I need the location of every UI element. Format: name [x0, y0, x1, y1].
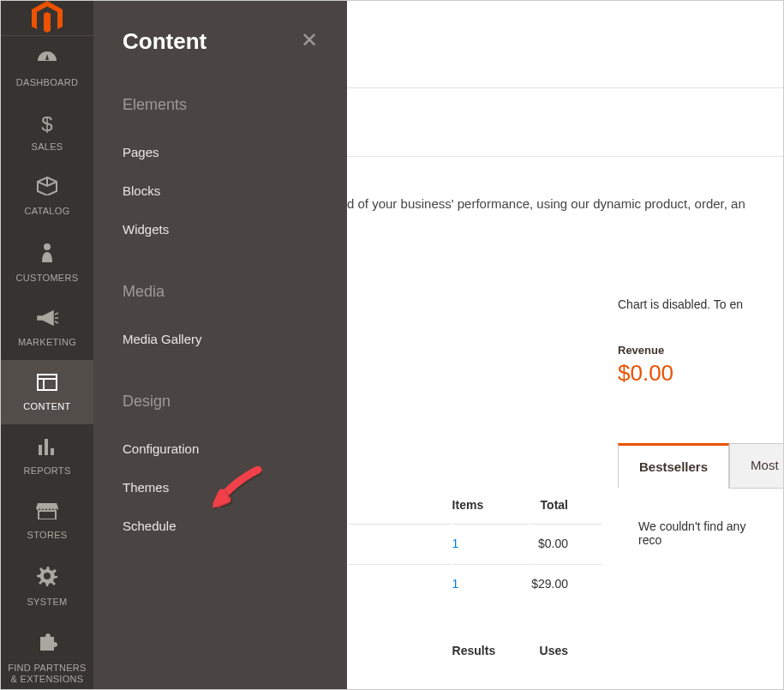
sidebar-label: REPORTS	[23, 465, 70, 477]
link-media-gallery[interactable]: Media Gallery	[123, 320, 318, 358]
orders-column: Items Total 1 $0.00 1 $29.00 Results Use…	[347, 481, 604, 669]
cell-items[interactable]: 1	[452, 524, 530, 562]
svg-rect-4	[39, 445, 42, 455]
sidebar-item-customers[interactable]: CUSTOMERS	[1, 230, 93, 296]
col-uses: Uses	[531, 604, 602, 668]
gear-icon	[37, 566, 57, 591]
svg-point-0	[44, 243, 51, 250]
box-icon	[37, 177, 57, 201]
table-header: Items Total	[349, 488, 602, 522]
sidebar-label: CONTENT	[23, 401, 70, 412]
megaphone-icon	[36, 308, 58, 332]
link-widgets[interactable]: Widgets	[123, 210, 318, 249]
svg-rect-7	[39, 511, 56, 519]
magento-logo[interactable]	[1, 1, 93, 36]
link-pages[interactable]: Pages	[123, 133, 318, 171]
sidebar-item-partners[interactable]: FIND PARTNERS & EXTENSIONS	[1, 620, 93, 690]
section-elements: Elements	[123, 96, 318, 114]
sidebar-item-marketing[interactable]: MARKETING	[1, 296, 93, 360]
sidebar-item-content[interactable]: CONTENT	[1, 360, 93, 424]
svg-rect-5	[45, 439, 48, 455]
sidebar-item-sales[interactable]: $ SALES	[1, 100, 93, 165]
layout-icon	[37, 372, 57, 396]
person-icon	[40, 242, 54, 267]
tab-most[interactable]: Most	[729, 443, 784, 489]
revenue-value: $0.00	[618, 360, 766, 387]
admin-sidebar: DASHBOARD $ SALES CATALOG CUSTOMERS MARK…	[1, 1, 93, 689]
tab-empty-msg: We couldn't find any reco	[618, 489, 766, 547]
revenue-label: Revenue	[618, 344, 766, 357]
link-themes[interactable]: Themes	[123, 468, 318, 507]
link-configuration[interactable]: Configuration	[123, 429, 318, 468]
sidebar-item-dashboard[interactable]: DASHBOARD	[1, 36, 93, 100]
cell-items[interactable]: 1	[452, 564, 530, 603]
cell-total: $0.00	[531, 524, 602, 562]
storefront-icon	[36, 501, 58, 525]
sidebar-item-reports[interactable]: REPORTS	[1, 424, 93, 489]
right-column: Chart is disabled. To en Revenue $0.00 B…	[618, 292, 766, 547]
sidebar-label: FIND PARTNERS & EXTENSIONS	[4, 663, 90, 685]
sidebar-label: MARKETING	[18, 337, 76, 348]
tabs: Bestsellers Most	[618, 443, 766, 489]
puzzle-icon	[37, 632, 57, 657]
section-media: Media	[123, 283, 318, 301]
chart-disabled-msg: Chart is disabled. To en	[618, 292, 766, 311]
gauge-icon	[36, 48, 58, 72]
tab-bestsellers[interactable]: Bestsellers	[618, 443, 729, 489]
col-results: Results	[452, 604, 530, 668]
sidebar-label: SALES	[32, 141, 63, 153]
performance-msg: d of your business' performance, using o…	[347, 157, 783, 273]
sidebar-label: CATALOG	[24, 206, 69, 217]
table-row[interactable]: 1 $29.00	[349, 564, 602, 603]
col-items: Items	[452, 488, 530, 522]
sidebar-label: STORES	[27, 530, 68, 541]
flyout-title: Content	[123, 28, 206, 55]
link-blocks[interactable]: Blocks	[123, 171, 318, 210]
svg-rect-1	[38, 375, 57, 390]
content-flyout: Content ✕ Elements Pages Blocks Widgets …	[93, 1, 347, 689]
col-total: Total	[531, 488, 602, 522]
dollar-icon: $	[41, 112, 53, 136]
sidebar-item-system[interactable]: SYSTEM	[1, 554, 93, 620]
sidebar-item-catalog[interactable]: CATALOG	[1, 165, 93, 229]
sidebar-label: SYSTEM	[27, 597, 67, 608]
sidebar-item-stores[interactable]: STORES	[1, 489, 93, 553]
orders-table: Items Total 1 $0.00 1 $29.00 Results Use…	[347, 486, 604, 669]
magento-logo-icon	[32, 1, 63, 35]
cell-total: $29.00	[531, 564, 602, 603]
close-icon[interactable]: ✕	[301, 28, 318, 52]
table-footer: Results Uses	[349, 604, 602, 668]
link-schedule[interactable]: Schedule	[123, 507, 318, 545]
section-design: Design	[123, 393, 318, 411]
sidebar-label: DASHBOARD	[16, 77, 78, 88]
sidebar-label: CUSTOMERS	[16, 273, 79, 284]
table-row[interactable]: 1 $0.00	[349, 524, 602, 562]
svg-rect-6	[51, 448, 54, 455]
bars-icon	[38, 436, 57, 460]
